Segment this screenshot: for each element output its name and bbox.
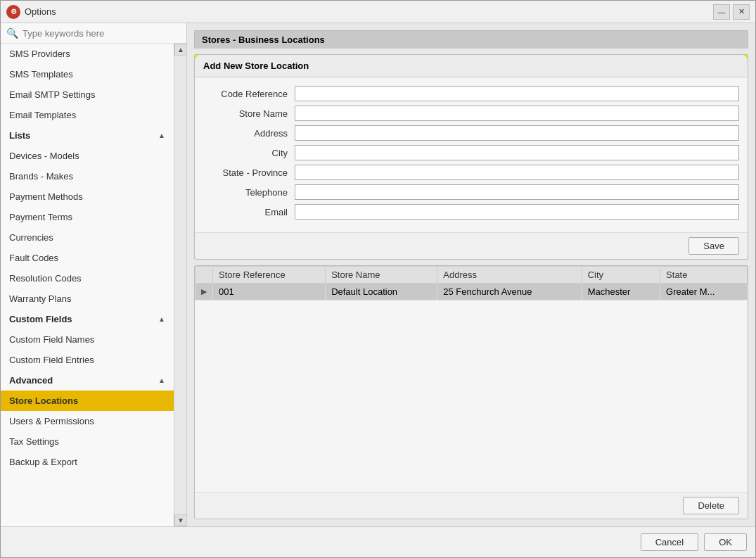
section-custom-fields[interactable]: Custom Fields ▲ [1, 309, 174, 329]
label-state-province: State - Province [203, 167, 295, 178]
scroll-track [174, 56, 186, 514]
sidebar-item-payment-terms[interactable]: Payment Terms [1, 207, 174, 227]
cell-store-name: Default Location [326, 284, 437, 300]
input-address[interactable] [295, 125, 739, 141]
sidebar-with-scroll: SMS Providers SMS Templates Email SMTP S… [1, 44, 186, 526]
sidebar-item-email-templates[interactable]: Email Templates [1, 105, 174, 125]
row-arrow: ▶ [196, 284, 213, 300]
cell-city: Machester [582, 284, 660, 300]
delete-button[interactable]: Delete [683, 497, 739, 514]
form-row-telephone: Telephone [203, 184, 739, 200]
col-arrow [196, 267, 213, 284]
cancel-button[interactable]: Cancel [641, 533, 698, 551]
window-title: Options [25, 6, 713, 17]
col-store-reference[interactable]: Store Reference [213, 267, 326, 284]
search-icon: 🔍 [6, 27, 18, 39]
sidebar-item-devices-models[interactable]: Devices - Models [1, 146, 174, 166]
sidebar-item-warranty-plans[interactable]: Warranty Plans [1, 288, 174, 309]
label-store-name: Store Name [203, 108, 295, 119]
app-icon: ⚙ [6, 5, 20, 19]
sidebar-item-backup-export[interactable]: Backup & Export [1, 452, 174, 472]
form-row-state-province: State - Province [203, 165, 739, 180]
chevron-up-icon: ▲ [158, 132, 165, 139]
form-row-email: Email [203, 204, 739, 220]
form-title: Add New Store Location [195, 55, 748, 77]
section-lists-label: Lists [9, 130, 30, 141]
label-code-reference: Code Reference [203, 89, 295, 99]
save-button[interactable]: Save [688, 237, 739, 255]
search-bar: 🔍 [1, 23, 186, 44]
cell-store-reference: 001 [213, 284, 326, 300]
form-footer: Save [195, 232, 748, 259]
section-custom-fields-label: Custom Fields [9, 314, 72, 324]
label-telephone: Telephone [203, 187, 295, 198]
data-table: Store Reference Store Name Address City … [195, 266, 748, 300]
sidebar-item-fault-codes[interactable]: Fault Codes [1, 248, 174, 268]
input-email[interactable] [295, 204, 739, 220]
section-lists[interactable]: Lists ▲ [1, 125, 174, 146]
sidebar-item-store-locations[interactable]: Store Locations [1, 391, 174, 411]
sidebar-item-resolution-codes[interactable]: Resolution Codes [1, 268, 174, 288]
close-button[interactable]: ✕ [733, 4, 750, 20]
input-code-reference[interactable] [295, 86, 739, 101]
table-row[interactable]: ▶ 001 Default Location 25 Fenchurch Aven… [196, 284, 748, 300]
table-header-row: Store Reference Store Name Address City … [196, 267, 748, 284]
table-container: Store Reference Store Name Address City … [195, 266, 748, 492]
search-input[interactable] [23, 28, 181, 39]
input-city[interactable] [295, 145, 739, 160]
form-row-store-name: Store Name [203, 106, 739, 121]
title-controls: — ✕ [713, 4, 750, 20]
table-panel: Store Reference Store Name Address City … [194, 265, 748, 519]
sidebar-scrollbar: ▲ ▼ [174, 44, 186, 526]
input-telephone[interactable] [295, 184, 739, 200]
main-window: ⚙ Options — ✕ 🔍 SMS Providers SMS Templa… [0, 0, 756, 558]
sidebar-item-payment-methods[interactable]: Payment Methods [1, 186, 174, 207]
label-city: City [203, 148, 295, 158]
sidebar-item-brands-makes[interactable]: Brands - Makes [1, 166, 174, 186]
table-footer: Delete [195, 492, 748, 519]
scroll-area: SMS Providers SMS Templates Email SMTP S… [1, 44, 174, 472]
chevron-up-icon-3: ▲ [158, 376, 165, 384]
window-body: 🔍 SMS Providers SMS Templates Email SMTP… [1, 23, 755, 526]
form-body: Code Reference Store Name Address City [195, 77, 748, 232]
bottom-bar: Cancel OK [1, 526, 755, 557]
sidebar-item-sms-templates[interactable]: SMS Templates [1, 64, 174, 84]
sidebar: 🔍 SMS Providers SMS Templates Email SMTP… [1, 23, 187, 526]
sidebar-item-tax-settings[interactable]: Tax Settings [1, 431, 174, 452]
sidebar-item-users-permissions[interactable]: Users & Permissions [1, 411, 174, 431]
form-row-address: Address [203, 125, 739, 141]
cell-address: 25 Fenchurch Avenue [437, 284, 582, 300]
sidebar-item-sms-providers[interactable]: SMS Providers [1, 44, 174, 64]
label-email: Email [203, 207, 295, 217]
sidebar-scroll: SMS Providers SMS Templates Email SMTP S… [1, 44, 174, 526]
scroll-down-button[interactable]: ▼ [174, 514, 186, 526]
form-row-city: City [203, 145, 739, 160]
sidebar-item-currencies[interactable]: Currencies [1, 227, 174, 248]
title-bar: ⚙ Options — ✕ [1, 1, 755, 23]
scroll-up-button[interactable]: ▲ [174, 44, 186, 56]
form-row-code-reference: Code Reference [203, 86, 739, 101]
form-panel: Add New Store Location Code Reference St… [194, 54, 748, 260]
col-state[interactable]: State [660, 267, 748, 284]
col-city[interactable]: City [582, 267, 660, 284]
section-advanced[interactable]: Advanced ▲ [1, 370, 174, 391]
cell-state: Greater M... [660, 284, 748, 300]
input-state-province[interactable] [295, 165, 739, 180]
minimize-button[interactable]: — [713, 4, 730, 20]
dialog-title-bar: Stores - Business Locations [194, 30, 748, 49]
col-store-name[interactable]: Store Name [326, 267, 437, 284]
input-store-name[interactable] [295, 106, 739, 121]
section-advanced-label: Advanced [9, 375, 53, 386]
dialog-title: Stores - Business Locations [202, 34, 325, 45]
col-address[interactable]: Address [437, 267, 582, 284]
sidebar-item-custom-field-names[interactable]: Custom Field Names [1, 329, 174, 350]
chevron-up-icon-2: ▲ [158, 315, 165, 323]
sidebar-item-email-smtp[interactable]: Email SMTP Settings [1, 84, 174, 105]
sidebar-item-custom-field-entries[interactable]: Custom Field Entries [1, 350, 174, 370]
main-content: Stores - Business Locations Add New Stor… [187, 23, 755, 526]
ok-button[interactable]: OK [704, 533, 747, 551]
label-address: Address [203, 128, 295, 139]
